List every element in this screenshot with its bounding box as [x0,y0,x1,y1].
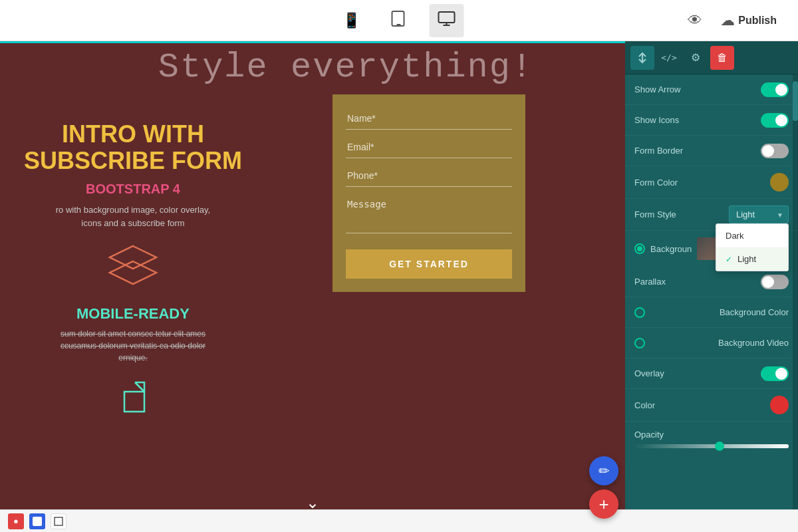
description-text: ro with background image, color overlay,… [13,203,253,229]
top-bar: 📱 👁 ☁ Publish [0,0,798,41]
form-style-select[interactable]: Light Dark [729,205,789,223]
show-icons-toggle[interactable] [761,113,789,128]
device-switcher: 📱 [334,4,464,37]
panel-toolbar: </> ⚙ 🗑 [625,41,798,74]
form-border-label: Form Border [634,146,683,156]
show-icons-row: Show Icons [625,105,798,136]
form-color-label: Form Color [634,178,678,188]
desktop-device-btn[interactable] [430,4,464,37]
subscribe-form: GET STARTED [332,94,525,292]
form-border-row: Form Border [625,136,798,166]
message-input[interactable] [346,194,512,233]
overlay-color-swatch[interactable] [770,396,789,414]
top-bar-right: 👁 ☁ Publish [688,7,785,34]
main-area: Style everything! INTRO WITH SUBSCRIBE F… [0,41,798,532]
svg-rect-11 [55,517,63,525]
publish-button[interactable]: ☁ Publish [713,7,785,34]
fab-edit-button[interactable]: ✏ [589,456,618,485]
bottom-icon-red[interactable]: ● [8,513,24,529]
bottom-icon-white[interactable] [51,513,66,529]
sort-tool-button[interactable] [630,46,654,70]
parallax-toggle[interactable] [761,275,789,289]
left-content-panel: INTRO WITH SUBSCRIBE FORM BOOTSTRAP 4 ro… [13,121,253,426]
parallax-label: Parallax [634,277,666,287]
form-style-dropdown-menu: Dark ✓ Light [716,223,789,271]
bootstrap-label: BOOTSTRAP 4 [13,182,253,197]
preview-icon[interactable]: 👁 [688,12,702,29]
bg-color-row: Background Color [625,297,798,328]
color-row: Color [625,389,798,422]
opacity-slider-track[interactable] [634,444,789,448]
opacity-slider-thumb[interactable] [715,442,724,451]
fab-add-button[interactable]: + [589,489,618,519]
overlay-row: Overlay [625,358,798,389]
show-icons-label: Show Icons [634,115,679,125]
background-label: Backgroun [650,244,692,254]
canvas: Style everything! INTRO WITH SUBSCRIBE F… [0,41,625,532]
form-style-dropdown-wrapper: Light Dark ▼ Dark ✓ Light [729,205,789,223]
cloud-upload-icon: ☁ [721,13,734,29]
tablet-device-btn[interactable] [382,4,416,37]
publish-label: Publish [738,15,777,27]
background-radio[interactable] [634,243,645,254]
bg-color-radio[interactable] [634,307,645,318]
svg-rect-0 [392,11,404,26]
bottom-bar-icons: ● [8,513,66,529]
form-border-toggle[interactable] [761,144,789,158]
canvas-top-border [0,41,625,43]
phone-input[interactable] [346,165,512,187]
opacity-label: Opacity [634,430,664,440]
edit-pencil-icon: ✏ [598,463,610,479]
layers-icon [13,243,253,292]
show-arrow-label: Show Arrow [634,84,680,94]
bg-video-radio[interactable] [634,338,645,348]
form-style-row: Form Style Light Dark ▼ Dark ✓ Light [625,199,798,231]
email-input[interactable] [346,136,512,158]
checkmark-icon: ✓ [726,255,732,264]
overlay-label: Overlay [634,368,664,378]
color-label: Color [634,400,655,410]
panel-scrollbar[interactable] [793,74,798,532]
name-input[interactable] [346,108,512,130]
delete-tool-button[interactable]: 🗑 [710,46,734,70]
intro-title-line2: SUBSCRIBE FORM [13,148,253,174]
svg-marker-6 [110,261,156,284]
svg-line-8 [135,382,144,392]
svg-marker-5 [110,246,156,269]
mobile-device-btn[interactable]: 📱 [334,7,368,35]
panel-scrollbar-thumb[interactable] [793,81,798,121]
svg-rect-7 [124,392,144,412]
bg-video-label: Background Video [718,338,789,348]
dark-option-label: Dark [726,231,743,241]
gear-tool-button[interactable]: ⚙ [684,46,708,70]
lorem-text: sum dolor sit amet consec tetur elit ame… [13,328,253,364]
bottom-bar: ● [0,509,798,532]
intro-title-line1: INTRO WITH [13,121,253,148]
svg-rect-10 [33,517,42,526]
get-started-button[interactable]: GET STARTED [346,249,512,279]
bg-color-label: Background Color [720,307,789,317]
box-icon [13,377,253,426]
opacity-row: Opacity [625,422,798,455]
bottom-icon-blue[interactable] [29,513,45,529]
add-plus-icon: + [598,494,608,515]
dropdown-item-light[interactable]: ✓ Light [716,247,788,271]
form-color-swatch[interactable] [770,173,789,192]
form-style-label: Form Style [634,209,676,219]
dropdown-item-dark[interactable]: Dark [716,224,788,247]
code-tool-button[interactable]: </> [657,46,681,70]
form-color-row: Form Color [625,166,798,199]
overlay-toggle[interactable] [761,366,789,381]
mobile-ready-label: MOBILE-READY [13,305,253,323]
svg-rect-2 [439,12,455,23]
show-arrow-row: Show Arrow [625,74,798,105]
sidebar-panel: </> ⚙ 🗑 Show Arrow Show Icons [625,41,798,532]
bg-video-row: Background Video [625,328,798,358]
light-option-label: Light [737,254,756,264]
show-arrow-toggle[interactable] [761,82,789,97]
intro-title: INTRO WITH SUBSCRIBE FORM [13,121,253,174]
